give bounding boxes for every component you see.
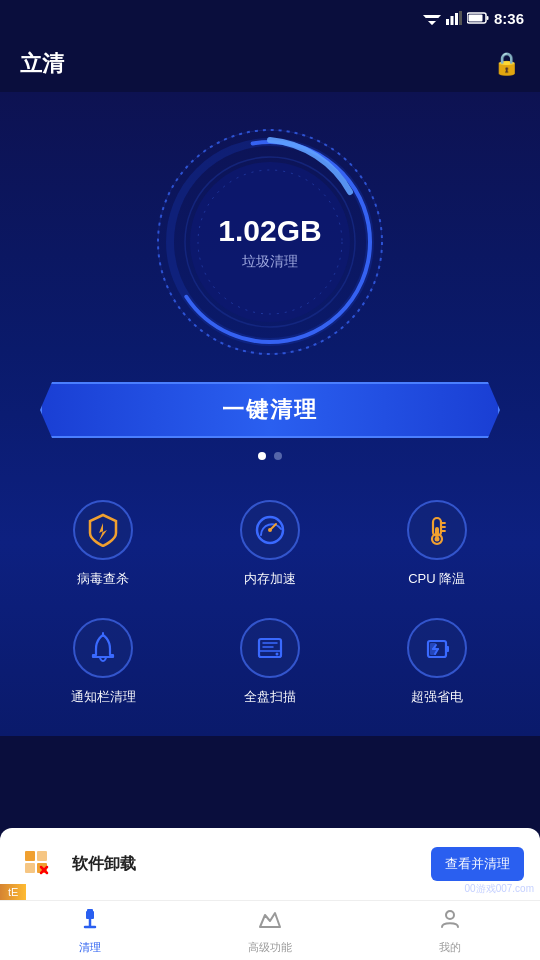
wifi-icon [423,11,441,25]
shield-bolt-icon [86,513,120,547]
cpu-cooling-icon-container [407,500,467,560]
card-title: 软件卸载 [72,854,419,875]
feature-battery-saver[interactable]: 超强省电 [353,608,520,716]
person-icon [438,907,462,931]
svg-rect-9 [468,15,482,22]
status-time: 8:36 [494,10,524,27]
advanced-nav-label: 高级功能 [248,940,292,955]
battery-status-icon [467,12,489,24]
svg-rect-3 [446,19,449,25]
crown-icon [258,907,282,931]
clean-nav-icon [78,907,102,937]
svg-point-24 [434,537,439,542]
svg-rect-50 [86,911,94,919]
bottom-card: 软件卸载 查看并清理 [0,828,540,900]
memory-boost-label: 内存加速 [244,570,296,588]
memory-boost-icon-container [240,500,300,560]
advanced-nav-icon [258,907,282,937]
harddisk-icon [253,631,287,665]
gauge-wrapper[interactable]: 1.02GB 垃圾清理 [150,122,390,362]
lock-icon[interactable]: 🔒 [493,51,520,77]
feature-full-scan[interactable]: 全盘扫描 [187,608,354,716]
virus-scan-icon-container [73,500,133,560]
dot-2 [274,452,282,460]
svg-rect-5 [455,13,458,25]
feature-virus-scan[interactable]: 病毒查杀 [20,490,187,598]
svg-marker-17 [99,523,107,541]
svg-rect-4 [450,16,453,25]
clean-button[interactable]: 一键清理 [40,382,500,438]
svg-point-31 [275,653,278,656]
feature-cpu-cooling[interactable]: CPU 降温 [353,490,520,598]
nav-item-clean[interactable]: 清理 [0,901,180,961]
battery-saver-icon-container [407,618,467,678]
battery-icon [420,631,454,665]
full-scan-label: 全盘扫描 [244,688,296,706]
notification-clean-label: 通知栏清理 [71,688,136,706]
page-dots [0,452,540,460]
app-title: 立清 [20,49,64,79]
cpu-cooling-label: CPU 降温 [408,570,465,588]
feature-grid: 病毒查杀 内存加速 [0,480,540,736]
svg-rect-41 [25,851,35,861]
svg-point-20 [268,528,272,532]
nav-item-me[interactable]: 我的 [360,901,540,961]
svg-rect-6 [459,11,462,25]
svg-rect-8 [486,16,488,20]
clean-btn-wrapper: 一键清理 [0,382,540,438]
virus-scan-label: 病毒查杀 [77,570,129,588]
signal-icon [446,11,462,25]
bottom-nav: 清理 高级功能 我的 [0,900,540,960]
broom-icon [78,907,102,931]
battery-saver-label: 超强省电 [411,688,463,706]
status-bar: 8:36 [0,0,540,36]
gauge-container[interactable]: 1.02GB 垃圾清理 [0,92,540,382]
svg-marker-51 [260,913,280,927]
main-content: 1.02GB 垃圾清理 一键清理 病毒查杀 [0,92,540,736]
uninstall-icon [16,842,60,886]
uninstall-svg-icon [19,845,57,883]
bell-icon [86,631,120,665]
svg-marker-2 [428,21,436,25]
svg-rect-43 [25,863,35,873]
header: 立清 🔒 [0,36,540,92]
clean-nav-label: 清理 [79,940,101,955]
status-icons: 8:36 [423,10,524,27]
gauge-value: 1.02GB [218,213,321,249]
svg-point-53 [446,911,454,919]
thermometer-icon [420,513,454,547]
full-scan-icon-container [240,618,300,678]
me-nav-icon [438,907,462,937]
nav-item-advanced[interactable]: 高级功能 [180,901,360,961]
svg-rect-42 [37,851,47,861]
card-clean-button[interactable]: 查看并清理 [431,847,524,881]
feature-memory-boost[interactable]: 内存加速 [187,490,354,598]
speedometer-icon [253,513,287,547]
feature-notification-clean[interactable]: 通知栏清理 [20,608,187,716]
me-nav-label: 我的 [439,940,461,955]
gauge-center: 1.02GB 垃圾清理 [218,213,321,271]
svg-rect-35 [446,646,449,652]
dot-1 [258,452,266,460]
notification-clean-icon-container [73,618,133,678]
gauge-label: 垃圾清理 [218,253,321,271]
